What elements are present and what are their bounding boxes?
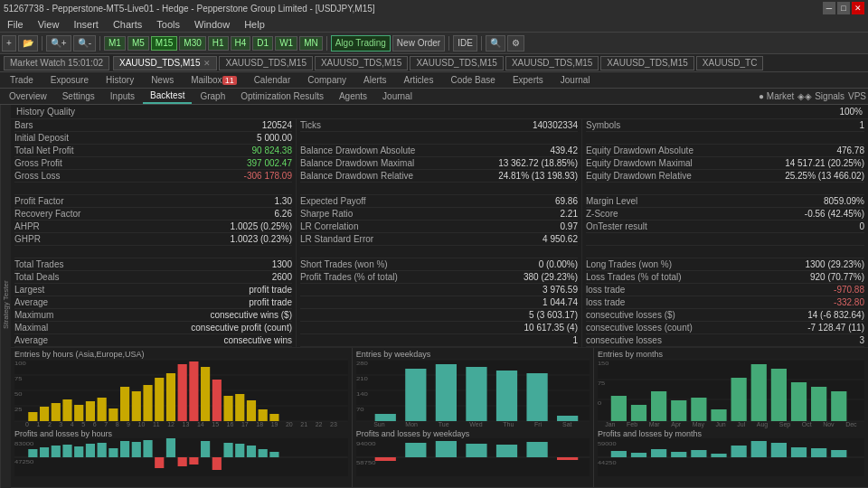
tf-m1[interactable]: M1 — [104, 36, 126, 51]
tf-m15[interactable]: M15 — [151, 36, 177, 51]
stat-cons-losses: consecutive losses3 — [586, 334, 864, 347]
stat-symbols: Symbols1 — [586, 119, 864, 132]
chart-hours-pnl-svg: 83000 47250 — [14, 438, 348, 476]
svg-rect-69 — [496, 371, 517, 421]
tf-m30[interactable]: M30 — [179, 36, 205, 51]
menu-tools[interactable]: Tools — [153, 19, 184, 30]
svg-rect-111 — [791, 447, 807, 457]
chart-weekdays-pnl: 94000 58750 — [356, 438, 590, 476]
subtab-journal[interactable]: Journal — [375, 89, 420, 104]
signals-label[interactable]: ◈◈ Signals — [797, 91, 844, 101]
svg-rect-32 — [28, 449, 37, 457]
nav-tab-3[interactable]: XAUUSD_TDS,M15 — [315, 56, 408, 70]
new-order-button[interactable]: New Order — [392, 35, 445, 52]
ide-button[interactable]: IDE — [453, 35, 477, 52]
svg-rect-65 — [374, 414, 395, 421]
stat-cons-loss-d: consecutive losses ($)14 (-6 832.64) — [586, 309, 864, 322]
tab-company[interactable]: Company — [299, 73, 354, 88]
maximize-button[interactable]: □ — [837, 2, 850, 14]
chart-weekdays-subtitle: Profits and losses by weekdays — [356, 429, 590, 438]
zoom-in-button[interactable]: 🔍+ — [46, 35, 71, 52]
stat-spacer-c2c — [300, 246, 578, 258]
toolbar-separator3 — [326, 36, 327, 51]
minimize-button[interactable]: ─ — [823, 2, 835, 14]
menu-window[interactable]: Window — [191, 19, 233, 30]
svg-rect-103 — [631, 453, 646, 457]
svg-rect-91 — [651, 391, 666, 421]
zoom-out-button[interactable]: 🔍- — [73, 35, 96, 52]
tab-codebase[interactable]: Code Base — [442, 73, 503, 88]
tf-mn[interactable]: MN — [299, 36, 323, 51]
nav-tab-5[interactable]: XAUUSD_TDS,M15 — [505, 56, 599, 70]
nav-tab-7[interactable]: XAUUSD_TC — [696, 56, 764, 70]
stat-spacer-c3 — [586, 132, 864, 145]
subtab-optimization[interactable]: Optimization Results — [233, 89, 331, 104]
svg-rect-98 — [791, 382, 807, 421]
subtab-agents[interactable]: Agents — [332, 89, 374, 104]
chart-hours-subtitle: Profits and losses by hours — [14, 429, 348, 438]
svg-rect-94 — [711, 409, 726, 421]
menu-view[interactable]: View — [34, 19, 63, 30]
stat-total-deals: Total Deals2600 — [14, 271, 292, 284]
search-btn[interactable]: 🔍 — [486, 35, 505, 52]
chart-hours: Entries by hours (Asia,Europe,USA) 100 7… — [11, 348, 353, 487]
svg-rect-24 — [201, 367, 210, 421]
svg-rect-53 — [269, 452, 278, 457]
open-button[interactable]: 📂 — [18, 35, 38, 52]
tab-exposure[interactable]: Exposure — [42, 73, 97, 88]
subtab-inputs[interactable]: Inputs — [103, 89, 142, 104]
stats-col2: Ticks140302334 Balance Drawdown Absolute… — [297, 119, 582, 347]
stat-eq-dd-abs: Equity Drawdown Absolute476.78 — [586, 145, 864, 157]
svg-rect-100 — [831, 391, 846, 421]
tab-trade[interactable]: Trade — [2, 73, 42, 88]
menu-help[interactable]: Help — [241, 19, 269, 30]
svg-rect-15 — [98, 398, 107, 421]
tab-articles[interactable]: Articles — [396, 73, 442, 88]
stat-val3: 5 (3 603.17) — [300, 309, 578, 322]
subtab-graph[interactable]: Graph — [193, 89, 232, 104]
svg-text:70: 70 — [356, 407, 364, 412]
menu-file[interactable]: File — [4, 19, 27, 30]
stat-total-trades: Total Trades1300 — [14, 258, 292, 271]
svg-rect-73 — [374, 457, 395, 461]
address-bar: Market Watch 15:01:02 XAUUSD_TDS,M15 ✕ X… — [0, 54, 868, 72]
svg-rect-26 — [223, 396, 232, 421]
chart-months-area: 150 75 0 — [598, 360, 864, 421]
tab-news[interactable]: News — [143, 73, 182, 88]
menu-charts[interactable]: Charts — [109, 19, 146, 30]
svg-rect-43 — [155, 457, 164, 468]
svg-rect-9 — [28, 412, 37, 421]
menu-insert[interactable]: Insert — [70, 19, 102, 30]
tf-h1[interactable]: H1 — [208, 36, 229, 51]
tab-history[interactable]: History — [98, 73, 142, 88]
tab-mailbox[interactable]: Mailbox 11 — [183, 73, 244, 88]
stat-spacer-c3d — [586, 246, 864, 258]
subtab-backtest[interactable]: Backtest — [143, 89, 192, 104]
stat-exp-payoff: Expected Payoff69.86 — [300, 195, 578, 208]
tf-w1[interactable]: W1 — [275, 36, 297, 51]
close-button[interactable]: ✕ — [852, 2, 864, 14]
settings-btn[interactable]: ⚙ — [507, 35, 524, 52]
market-label[interactable]: ● Market — [759, 91, 794, 101]
close-tab-1[interactable]: ✕ — [203, 59, 211, 68]
svg-rect-76 — [466, 444, 486, 457]
tab-experts[interactable]: Experts — [505, 73, 552, 88]
new-chart-button[interactable]: + — [2, 35, 16, 52]
stat-ticks: Ticks140302334 — [300, 119, 578, 132]
tf-h4[interactable]: H4 — [231, 36, 251, 51]
tf-m5[interactable]: M5 — [127, 36, 149, 51]
nav-tab-1[interactable]: XAUUSD_TDS,M15 ✕ — [113, 56, 217, 70]
tab-alerts[interactable]: Alerts — [355, 73, 395, 88]
subtab-settings[interactable]: Settings — [55, 89, 102, 104]
algo-trading-button[interactable]: Algo Trading — [331, 35, 391, 52]
tf-d1[interactable]: D1 — [252, 36, 273, 51]
vps-label[interactable]: VPS — [848, 91, 866, 101]
tab-calendar[interactable]: Calendar — [246, 73, 299, 88]
nav-tab-4[interactable]: XAUUSD_TDS,M15 — [410, 56, 503, 70]
subtab-overview[interactable]: Overview — [2, 89, 54, 104]
tab-journal[interactable]: Journal — [552, 73, 599, 88]
chart-hours-xlabels: 01234567891011121314151617181920212223 — [14, 421, 348, 427]
svg-rect-70 — [526, 373, 547, 421]
nav-tab-6[interactable]: XAUUSD_TDS,M15 — [600, 56, 693, 70]
nav-tab-2[interactable]: XAUUSD_TDS,M15 — [219, 56, 312, 70]
